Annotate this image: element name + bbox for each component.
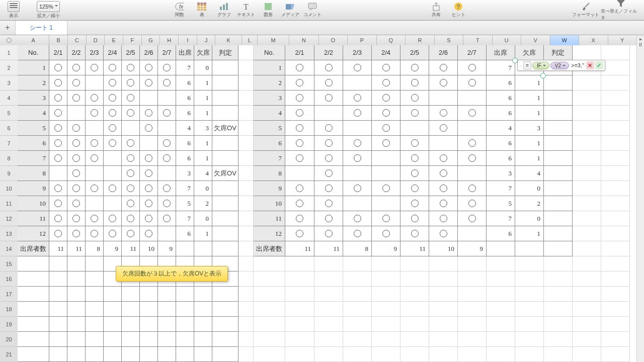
cell[interactable]: [601, 45, 630, 60]
column-header[interactable]: Q: [377, 35, 406, 45]
cell[interactable]: [314, 347, 343, 362]
cell[interactable]: [429, 287, 458, 302]
cell[interactable]: [544, 241, 573, 256]
share-button[interactable]: 共有: [426, 1, 447, 20]
attendance-cell[interactable]: [314, 60, 343, 75]
attendance-cell[interactable]: [400, 75, 429, 90]
judgment-cell[interactable]: [212, 151, 238, 166]
row-no[interactable]: 9: [18, 181, 49, 196]
absent-count[interactable]: 1: [194, 226, 212, 241]
table-header[interactable]: 2/5: [122, 45, 140, 60]
cell[interactable]: [487, 241, 515, 256]
cell[interactable]: [601, 226, 630, 241]
attend-count[interactable]: 7: [176, 60, 194, 75]
footer-label[interactable]: 出席者数: [18, 241, 49, 256]
judgment-cell[interactable]: [544, 211, 573, 226]
cell[interactable]: [487, 317, 515, 332]
judgment-cell[interactable]: 欠席OV: [212, 166, 238, 181]
attendance-cell[interactable]: [140, 136, 158, 151]
cell[interactable]: [314, 302, 343, 317]
cell[interactable]: [158, 347, 176, 362]
cell[interactable]: [212, 241, 238, 256]
cell[interactable]: [104, 317, 122, 332]
cell[interactable]: [458, 272, 487, 287]
add-sheet-button[interactable]: +: [0, 21, 16, 35]
attendance-cell[interactable]: [458, 136, 487, 151]
attend-count[interactable]: 6: [487, 136, 515, 151]
cell[interactable]: [601, 121, 630, 136]
attend-count[interactable]: 6: [176, 136, 194, 151]
table-header[interactable]: 2/1: [49, 45, 67, 60]
attendee-total[interactable]: 11: [49, 241, 67, 256]
attendance-cell[interactable]: [104, 60, 122, 75]
attendance-cell[interactable]: [400, 166, 429, 181]
cell[interactable]: [238, 287, 254, 302]
column-header[interactable]: Y: [608, 35, 637, 45]
cell[interactable]: [285, 302, 314, 317]
cell[interactable]: [573, 181, 601, 196]
formula-cancel[interactable]: ✕: [586, 61, 594, 69]
absent-count[interactable]: 1: [515, 75, 544, 90]
attendance-cell[interactable]: [104, 106, 122, 121]
table-header[interactable]: 2/6: [429, 45, 458, 60]
cell[interactable]: [573, 287, 601, 302]
attendance-cell[interactable]: [429, 60, 458, 75]
cell[interactable]: [18, 302, 49, 317]
select-all-corner[interactable]: [0, 35, 18, 46]
attendance-cell[interactable]: [314, 211, 343, 226]
absent-count[interactable]: 0: [194, 181, 212, 196]
attendance-cell[interactable]: [49, 121, 67, 136]
attendee-total[interactable]: 8: [343, 241, 372, 256]
row-no[interactable]: 5: [254, 121, 285, 136]
attendance-cell[interactable]: [343, 151, 372, 166]
attendance-cell[interactable]: [158, 151, 176, 166]
selection-handle-br[interactable]: [540, 73, 546, 78]
attendance-cell[interactable]: [49, 196, 67, 211]
absent-count[interactable]: 3: [194, 121, 212, 136]
attendance-cell[interactable]: [429, 75, 458, 90]
attendance-cell[interactable]: [314, 196, 343, 211]
attendance-cell[interactable]: [458, 75, 487, 90]
attendance-cell[interactable]: [104, 166, 122, 181]
column-header[interactable]: K: [215, 35, 242, 45]
cell[interactable]: [67, 302, 86, 317]
attendance-cell[interactable]: [458, 166, 487, 181]
attendance-cell[interactable]: [285, 196, 314, 211]
absent-count[interactable]: 1: [515, 136, 544, 151]
attendance-cell[interactable]: [140, 181, 158, 196]
row-no[interactable]: 12: [18, 226, 49, 241]
attend-count[interactable]: 6: [176, 151, 194, 166]
attendance-cell[interactable]: [49, 211, 67, 226]
attendance-cell[interactable]: [140, 211, 158, 226]
attendance-cell[interactable]: [122, 196, 140, 211]
attendance-cell[interactable]: [400, 181, 429, 196]
judgment-cell[interactable]: [544, 196, 573, 211]
attendance-cell[interactable]: [86, 136, 104, 151]
attendance-cell[interactable]: [400, 121, 429, 136]
formula-fn-token[interactable]: IF: [532, 62, 549, 69]
column-header[interactable]: N: [289, 35, 318, 45]
cell[interactable]: [67, 347, 86, 362]
attendance-cell[interactable]: [122, 60, 140, 75]
cell[interactable]: [86, 302, 104, 317]
column-header[interactable]: C: [68, 35, 87, 45]
attendance-cell[interactable]: [67, 181, 86, 196]
table-header[interactable]: 2/2: [314, 45, 343, 60]
absent-count[interactable]: 1: [515, 226, 544, 241]
attend-count[interactable]: 6: [176, 226, 194, 241]
cell[interactable]: [515, 332, 544, 347]
attendance-cell[interactable]: [49, 226, 67, 241]
cell[interactable]: [601, 332, 630, 347]
attendance-cell[interactable]: [343, 211, 372, 226]
cell[interactable]: [285, 287, 314, 302]
cell[interactable]: [212, 317, 238, 332]
pause-icon[interactable]: ⏸: [638, 42, 642, 46]
attendance-cell[interactable]: [104, 196, 122, 211]
cell[interactable]: [254, 272, 285, 287]
attend-count[interactable]: 7: [487, 60, 515, 75]
column-header[interactable]: L: [242, 35, 258, 45]
absent-count[interactable]: 1: [515, 90, 544, 106]
row-header[interactable]: 2: [0, 60, 18, 75]
cell[interactable]: [67, 332, 86, 347]
column-header[interactable]: B: [49, 35, 68, 45]
